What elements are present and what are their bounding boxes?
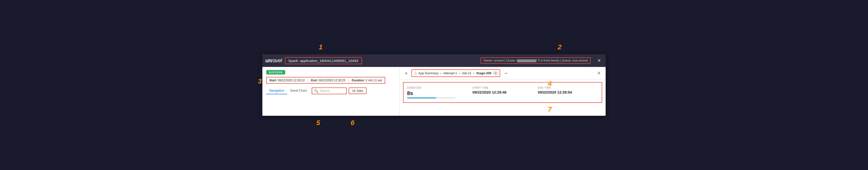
tab-navigation[interactable]: Navigation (266, 87, 287, 94)
hamburger-menu-button[interactable]: ≡ (596, 71, 602, 76)
start-value: 09/22/2020 12:28:12 (278, 79, 305, 82)
app-title: Spark: application_1600411468561_10493 (288, 58, 359, 63)
breadcrumb-job[interactable]: Job-11 (462, 71, 471, 75)
left-panel: SUCCESS Start: 09/22/2020 12:28:12 | End… (262, 67, 400, 116)
search-icon: 🔍 (314, 89, 318, 93)
search-input[interactable] (320, 89, 344, 93)
duration-progress-bar (407, 97, 455, 98)
warning-icon: ⚠ (414, 71, 417, 76)
annotation-2: 2 (558, 43, 561, 51)
breadcrumb-box: ⚠ App Summary » Attempt-1 » (411, 69, 500, 77)
breadcrumb-bar: « ⚠ App Summary » Attempt-1 (400, 67, 606, 80)
search-box[interactable]: 🔍 (312, 87, 347, 94)
arrow-right-icon: → (503, 70, 508, 76)
progress-bar-fill (407, 97, 436, 98)
bc-sep-1: » (440, 71, 442, 75)
owner-info-box: Owner: unravel | Cluster: TLS-Kerb-Sentr… (480, 57, 591, 64)
end-label: End: (311, 79, 318, 82)
main-window: unravel Spark: application_1600411468561… (262, 54, 606, 116)
duration-col: DURATION 8s (407, 86, 472, 98)
cluster-blurred (517, 59, 536, 62)
end-time-value: 09/22/2020 12:29:54 (538, 90, 598, 94)
stage-details: DURATION 8s START TIME 09/22/2020 12:29:… (403, 82, 602, 103)
right-panel: « ⚠ App Summary » Attempt-1 (400, 67, 606, 116)
duration-value: 8s (407, 90, 468, 96)
time-info-box: Start: 09/22/2020 12:28:12 | End: 09/22/… (266, 77, 385, 84)
annotation-6: 6 (351, 119, 354, 127)
nav-tabs: Navigation Gantt Chart 🔍 14 Jobs (266, 87, 396, 94)
content-area: SUCCESS Start: 09/22/2020 12:28:12 | End… (262, 67, 606, 116)
bc-sep-2: » (459, 71, 460, 75)
duration-value: 2 min 11 sec (366, 79, 382, 82)
start-time-value: 09/22/2020 12:29:46 (472, 90, 533, 94)
end-time-label: END TIME (538, 86, 598, 89)
duration-label: DURATION (407, 86, 468, 89)
tab-gantt-chart[interactable]: Gantt Chart (287, 87, 309, 94)
bc-sep-3: » (473, 71, 475, 75)
start-time-col: START TIME 09/22/2020 12:29:46 (472, 86, 538, 98)
cluster-suffix: TLS-Kerb-Sentry | Queue: root.unravel (537, 59, 588, 62)
duration-label: Duration: (352, 79, 365, 82)
separator-2: | (348, 79, 349, 82)
close-button[interactable]: × (596, 57, 603, 64)
start-label: Start: (269, 79, 277, 82)
breadcrumb-stage: Stage-209 (476, 71, 491, 75)
status-badge: SUCCESS (266, 70, 285, 75)
breadcrumb-app-summary[interactable]: App Summary (418, 71, 438, 75)
annotation-1: 1 (319, 43, 323, 51)
annotation-3: 3 (258, 77, 262, 85)
app-title-box: Spark: application_1600411468561_10493 (285, 57, 362, 64)
separator-1: | (308, 79, 308, 82)
breadcrumb-attempt[interactable]: Attempt-1 (443, 71, 457, 75)
annotation-5: 5 (316, 119, 320, 127)
breadcrumb-close-button[interactable]: ✕ (493, 71, 498, 76)
end-value: 09/22/2020 12:30:23 (318, 79, 345, 82)
collapse-button[interactable]: « (403, 71, 409, 76)
owner-label: Owner: unravel | Cluster: (484, 59, 516, 62)
jobs-badge: 14 Jobs (349, 87, 367, 94)
app-logo: unravel (265, 57, 282, 64)
end-time-col: END TIME 09/22/2020 12:29:54 (538, 86, 598, 98)
title-bar: unravel Spark: application_1600411468561… (262, 54, 606, 67)
start-time-label: START TIME (472, 86, 533, 89)
